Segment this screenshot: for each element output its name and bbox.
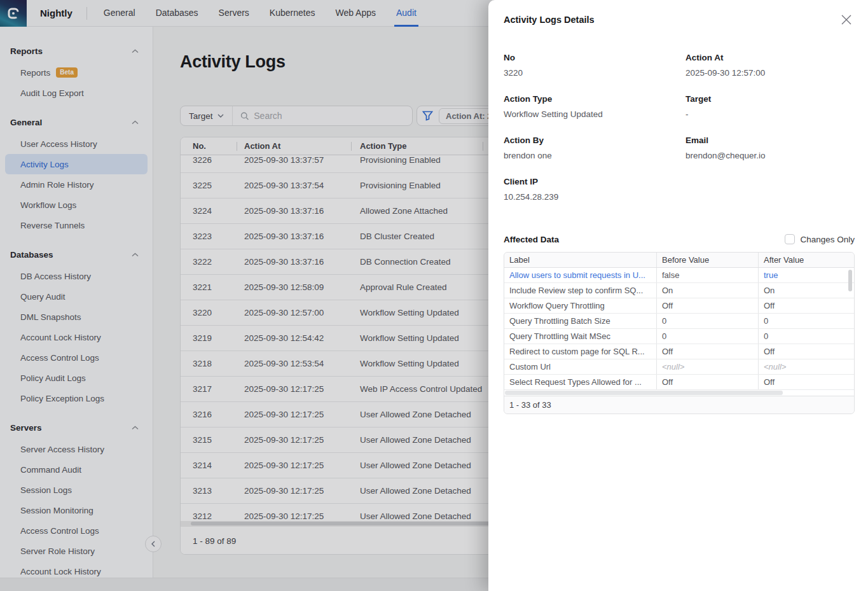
- close-icon: [840, 13, 853, 26]
- affected-before-cell: Off: [657, 375, 759, 389]
- affected-row: Query Throttling Batch Size00: [504, 314, 854, 329]
- affected-data-header: Affected Data Changes Only: [504, 234, 855, 244]
- detail-field-target: Target-: [685, 94, 855, 119]
- affected-data-table: Label Before Value After Value Allow use…: [504, 252, 855, 414]
- field-label: Action At: [685, 53, 855, 62]
- field-value: -: [685, 109, 855, 119]
- field-label: Action By: [504, 136, 685, 145]
- detail-field-action-type: Action TypeWorkflow Setting Updated: [504, 94, 685, 119]
- affected-before-cell: 0: [657, 314, 759, 328]
- affected-horizontal-scrollbar-thumb[interactable]: [505, 391, 783, 395]
- field-value: brendon@chequer.io: [685, 151, 855, 160]
- affected-before-cell: Off: [657, 298, 759, 313]
- affected-label-cell: Query Throttling Batch Size: [504, 314, 657, 328]
- field-value: 10.254.28.239: [504, 192, 685, 202]
- affected-row: Include Review step to confirm SQ...OnOn: [504, 283, 854, 298]
- changes-only-checkbox[interactable]: [785, 234, 795, 244]
- affected-label-cell: Redirect to custom page for SQL R...: [504, 344, 657, 359]
- close-button[interactable]: [839, 12, 854, 27]
- affected-label-cell: Workflow Query Throttling: [504, 298, 657, 313]
- affected-row: Redirect to custom page for SQL R...OffO…: [504, 344, 854, 359]
- field-label: Client IP: [504, 177, 685, 186]
- field-label: Target: [685, 94, 855, 104]
- affected-after-cell: <null>: [759, 359, 854, 374]
- field-label: Email: [685, 136, 855, 145]
- affected-label-cell: Select Request Types Allowed for ...: [504, 375, 657, 389]
- affected-after-cell: 0: [759, 314, 854, 328]
- affected-after-cell: On: [759, 283, 854, 298]
- affected-label-cell: Query Throttling Wait MSec: [504, 329, 657, 344]
- detail-field-no: No3220: [504, 53, 685, 78]
- detail-field-client-ip: Client IP10.254.28.239: [504, 177, 685, 202]
- field-value: brendon one: [504, 151, 685, 160]
- field-value: Workflow Setting Updated: [504, 109, 685, 119]
- affected-row: Allow users to submit requests in U...fa…: [504, 268, 854, 283]
- field-label: No: [504, 53, 685, 62]
- affected-before-cell: <null>: [657, 359, 759, 374]
- affected-row: Select Request Types Allowed for ...OffO…: [504, 375, 854, 390]
- affected-after-cell: Off: [759, 298, 854, 313]
- affected-header-row: Label Before Value After Value: [504, 253, 854, 268]
- detail-fields: No3220Action At2025-09-30 12:57:00Action…: [504, 53, 855, 202]
- affected-table-body: Allow users to submit requests in U...fa…: [504, 268, 854, 390]
- affected-after-cell: 0: [759, 329, 854, 344]
- affected-after-cell: Off: [759, 344, 854, 359]
- details-drawer: Activity Logs Details No3220Action At202…: [488, 0, 868, 591]
- affected-row: Query Throttling Wait MSec00: [504, 329, 854, 344]
- changes-only-label: Changes Only: [800, 235, 855, 244]
- column-header-label: Label: [504, 253, 657, 267]
- vertical-scrollbar-thumb[interactable]: [848, 270, 852, 291]
- detail-field-action-at: Action At2025-09-30 12:57:00: [685, 53, 855, 78]
- affected-before-cell: 0: [657, 329, 759, 344]
- affected-label-cell[interactable]: Allow users to submit requests in U...: [504, 268, 657, 282]
- field-value: 3220: [504, 68, 685, 78]
- affected-label-cell: Custom Url: [504, 359, 657, 374]
- affected-horizontal-scrollbar: [504, 390, 854, 396]
- column-header-before-value: Before Value: [657, 253, 759, 267]
- field-label: Action Type: [504, 94, 685, 104]
- affected-before-cell: Off: [657, 344, 759, 359]
- detail-field-email: Emailbrendon@chequer.io: [685, 136, 855, 160]
- drawer-title: Activity Logs Details: [504, 15, 595, 25]
- column-header-after-value: After Value: [759, 253, 854, 267]
- affected-after-cell[interactable]: true: [759, 268, 854, 282]
- affected-after-cell: Off: [759, 375, 854, 389]
- affected-before-cell: On: [657, 283, 759, 298]
- affected-row: Workflow Query ThrottlingOffOff: [504, 298, 854, 314]
- field-value: 2025-09-30 12:57:00: [685, 68, 855, 78]
- affected-before-cell: false: [657, 268, 759, 282]
- affected-pagination: 1 - 33 of 33: [504, 396, 854, 414]
- affected-row: Custom Url<null><null>: [504, 359, 854, 375]
- changes-only-toggle[interactable]: Changes Only: [785, 234, 855, 244]
- affected-label-cell: Include Review step to confirm SQ...: [504, 283, 657, 298]
- detail-field-action-by: Action Bybrendon one: [504, 136, 685, 160]
- affected-data-title: Affected Data: [504, 235, 559, 244]
